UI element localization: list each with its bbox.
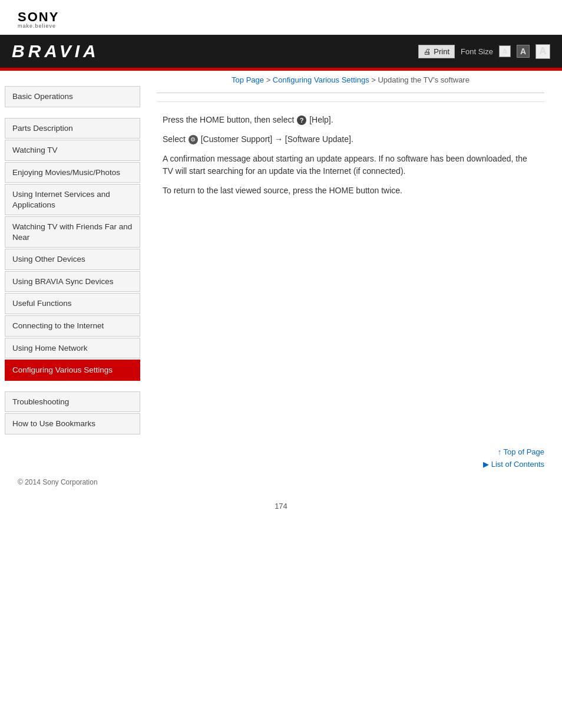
sidebar-label: Troubleshooting bbox=[12, 397, 69, 406]
list-of-contents-link[interactable]: List of Contents bbox=[483, 460, 544, 469]
sidebar-label: Connecting to the Internet bbox=[12, 321, 104, 330]
customer-support-icon bbox=[189, 135, 198, 144]
sidebar-item-bravia-sync[interactable]: Using BRAVIA Sync Devices bbox=[5, 271, 140, 292]
sidebar-label: Useful Functions bbox=[12, 299, 72, 308]
sidebar-item-watching-tv[interactable]: Watching TV bbox=[5, 140, 140, 161]
sidebar-item-using-other-devices[interactable]: Using Other Devices bbox=[5, 249, 140, 270]
sidebar-item-bookmarks[interactable]: How to Use Bookmarks bbox=[5, 413, 140, 434]
sidebar-label: Parts Description bbox=[12, 124, 73, 133]
bravia-bar: BRAVIA 🖨 Print Font Size A A A bbox=[0, 35, 562, 68]
breadcrumb-sep2: > bbox=[371, 75, 378, 84]
bravia-title: BRAVIA bbox=[12, 41, 100, 61]
sidebar-item-enjoying-movies[interactable]: Enjoying Movies/Music/Photos bbox=[5, 162, 140, 183]
sidebar-label: Using Home Network bbox=[12, 344, 88, 353]
step1-text: Press the HOME button, then select ? [He… bbox=[163, 114, 538, 126]
page-number: 174 bbox=[0, 490, 562, 516]
step4-text: To return to the last viewed source, pre… bbox=[163, 185, 538, 197]
top-of-page-link[interactable]: Top of Page bbox=[498, 447, 544, 456]
font-size-label: Font Size bbox=[461, 47, 493, 56]
sidebar-item-watching-friends[interactable]: Watching TV with Friends Far and Near bbox=[5, 216, 140, 248]
bar-controls: 🖨 Print Font Size A A A bbox=[418, 44, 550, 59]
sony-tagline: make.believe bbox=[18, 24, 59, 29]
main-layout: Basic Operations Parts Description Watch… bbox=[0, 71, 562, 442]
sidebar-item-configuring-settings[interactable]: Configuring Various Settings bbox=[5, 360, 140, 381]
sony-logo: SONY make.believe bbox=[18, 11, 59, 29]
sidebar-item-parts-description[interactable]: Parts Description bbox=[5, 118, 140, 139]
sidebar-label: Configuring Various Settings bbox=[12, 365, 113, 374]
sidebar-item-basic-operations[interactable]: Basic Operations bbox=[5, 86, 140, 107]
copyright: © 2014 Sony Corporation bbox=[0, 475, 562, 490]
breadcrumb-current: Updating the TV's software bbox=[378, 75, 469, 84]
help-icon: ? bbox=[297, 116, 306, 125]
sidebar-item-connecting-internet[interactable]: Connecting to the Internet bbox=[5, 315, 140, 337]
print-icon: 🖨 bbox=[424, 47, 431, 56]
sidebar-label: How to Use Bookmarks bbox=[12, 419, 95, 428]
sidebar-label: Using BRAVIA Sync Devices bbox=[12, 277, 114, 286]
sidebar-item-troubleshooting[interactable]: Troubleshooting bbox=[5, 391, 140, 413]
content-area: Top Page > Configuring Various Settings … bbox=[145, 71, 562, 442]
footer-nav: Top of Page List of Contents bbox=[0, 442, 562, 475]
page-content: Press the HOME button, then select ? [He… bbox=[157, 108, 544, 210]
sidebar-label: Watching TV with Friends Far and Near bbox=[12, 222, 132, 242]
step2-text: Select [Customer Support] → [Software Up… bbox=[163, 133, 538, 146]
top-divider bbox=[157, 93, 544, 93]
sub-divider bbox=[157, 101, 544, 102]
header-top: SONY make.believe bbox=[0, 0, 562, 35]
sidebar-item-useful-functions[interactable]: Useful Functions bbox=[5, 293, 140, 314]
step3-text: A confirmation message about starting an… bbox=[163, 153, 538, 177]
sony-brand: SONY bbox=[18, 11, 59, 24]
sidebar-label: Enjoying Movies/Music/Photos bbox=[12, 168, 120, 177]
font-large-button[interactable]: A bbox=[535, 44, 550, 59]
sidebar-label: Using Internet Services and Applications bbox=[12, 190, 110, 209]
breadcrumb-top-page[interactable]: Top Page bbox=[232, 75, 264, 84]
sidebar-item-home-network[interactable]: Using Home Network bbox=[5, 338, 140, 359]
font-medium-button[interactable]: A bbox=[517, 45, 530, 58]
breadcrumb-configuring[interactable]: Configuring Various Settings bbox=[273, 75, 369, 84]
sidebar-label: Watching TV bbox=[12, 146, 58, 154]
breadcrumb: Top Page > Configuring Various Settings … bbox=[157, 75, 544, 84]
print-label: Print bbox=[434, 47, 449, 56]
font-small-button[interactable]: A bbox=[499, 45, 511, 57]
sidebar-label: Basic Operations bbox=[12, 92, 73, 101]
breadcrumb-sep1: > bbox=[266, 75, 273, 84]
sidebar-item-using-internet[interactable]: Using Internet Services and Applications bbox=[5, 184, 140, 215]
print-button[interactable]: 🖨 Print bbox=[418, 45, 455, 58]
sidebar-label: Using Other Devices bbox=[12, 255, 85, 263]
sidebar: Basic Operations Parts Description Watch… bbox=[0, 71, 145, 442]
